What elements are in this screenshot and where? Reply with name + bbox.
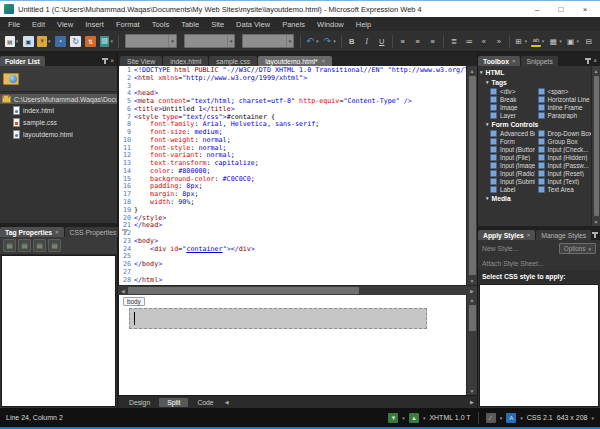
chevron-down-icon[interactable]: ▾ xyxy=(315,38,320,44)
tree-file-sample-css[interactable]: sample.css xyxy=(0,116,117,128)
chevron-down-icon[interactable]: ▾ xyxy=(109,38,114,44)
css-schema-icon[interactable]: A xyxy=(506,413,516,423)
tagprop-tab-css-properties[interactable]: CSS Properties xyxy=(65,227,122,237)
bold-button[interactable]: B xyxy=(345,34,359,49)
menu-panels[interactable]: Panels xyxy=(276,19,311,30)
picture-button[interactable]: ▨▾ xyxy=(99,34,115,49)
code-line[interactable]: 21</head> xyxy=(119,222,466,230)
chevron-down-icon[interactable]: ▾ xyxy=(423,415,426,421)
code-line[interactable]: 13 text-transform: capitalize; xyxy=(119,160,466,168)
scroll-thumb[interactable] xyxy=(128,287,359,294)
increase-indent-button[interactable]: » xyxy=(492,34,506,49)
align-center-button[interactable]: ≡ xyxy=(411,34,425,49)
pin-icon[interactable] xyxy=(587,58,589,64)
pin-icon[interactable] xyxy=(594,232,596,238)
attach-stylesheet-button[interactable]: Attach Style Sheet... xyxy=(482,260,544,267)
toolbox-item-input-text-[interactable]: Input (Text) xyxy=(535,177,592,185)
menu-format[interactable]: Format xyxy=(110,19,146,30)
tree-file-index-html[interactable]: index.html xyxy=(0,104,117,116)
toolbox-scrollbar[interactable]: ▲ ▼ xyxy=(591,66,600,226)
toolbox-item-label[interactable]: Label xyxy=(478,185,535,193)
view-tab-split[interactable]: Split xyxy=(159,398,188,407)
toolbox-item-drop-down-box[interactable]: Drop-Down Box xyxy=(535,129,592,137)
pin-icon[interactable] xyxy=(104,58,106,64)
get-file-icon[interactable]: ▲ xyxy=(409,413,419,423)
page-size[interactable]: 643 x 208 xyxy=(557,414,588,421)
toolbox-item-layer[interactable]: Layer xyxy=(478,111,535,119)
menu-data-view[interactable]: Data View xyxy=(230,19,276,30)
toolbox-item-input-image-[interactable]: Input (Image) xyxy=(478,161,535,169)
chevron-down-icon[interactable]: ▾ xyxy=(541,38,546,44)
toolbox-item-input-reset-[interactable]: Input (Reset) xyxy=(535,169,592,177)
scroll-up-icon[interactable]: ▲ xyxy=(592,66,600,75)
undo-button[interactable]: ↶▾ xyxy=(304,34,320,49)
chevron-down-icon[interactable]: ▾ xyxy=(332,38,337,44)
toolbox-item-inline-frame[interactable]: Inline Frame xyxy=(535,103,592,111)
toolbox-item-input-button-[interactable]: Input (Button) xyxy=(478,145,535,153)
toolbox-tab-toolbox[interactable]: Toolbox× xyxy=(478,56,520,66)
code-line[interactable]: 26</body> xyxy=(119,261,466,269)
code-line[interactable]: 5<meta content="text/html; charset=utf-8… xyxy=(119,98,466,106)
code-line[interactable]: 1<!DOCTYPE html PUBLIC "-//W3C//DTD XHTM… xyxy=(119,67,466,75)
toolbox-section-form-controls[interactable]: ▾Form Controls xyxy=(478,119,591,129)
menu-site[interactable]: Site xyxy=(205,19,230,30)
body-tag-label[interactable]: body xyxy=(123,297,145,306)
toolbox-item-input-hidden-[interactable]: Input (Hidden) xyxy=(535,153,592,161)
toolbox-item-group-box[interactable]: Group Box xyxy=(535,137,592,145)
font-combo[interactable]: ▾ xyxy=(184,34,236,48)
code-line[interactable]: 10 font-weight: normal; xyxy=(119,137,466,145)
code-line[interactable]: 20</style> xyxy=(119,215,466,223)
editor-tab-site-view[interactable]: Site View xyxy=(120,56,162,66)
publish-file-icon[interactable]: ▼ xyxy=(388,413,398,423)
bullets-button[interactable]: ≔ xyxy=(462,34,476,49)
chevron-down-icon[interactable]: ▾ xyxy=(524,38,529,44)
code-line[interactable]: 23<body> xyxy=(119,238,466,246)
scroll-thumb[interactable] xyxy=(469,305,476,331)
toolbox-section-tags[interactable]: ▾Tags xyxy=(478,77,591,87)
code-line[interactable]: 24 <div id="container"></div> xyxy=(119,246,466,254)
css-version[interactable]: CSS 2.1 xyxy=(527,414,553,421)
toolbox-item--div-[interactable]: <div> xyxy=(478,87,535,95)
menu-file[interactable]: File xyxy=(2,19,26,30)
scroll-up-icon[interactable]: ▲ xyxy=(467,66,477,75)
toolbox-item-break[interactable]: Break xyxy=(478,95,535,103)
scroll-right-icon[interactable]: ▶ xyxy=(467,396,477,408)
menu-view[interactable]: View xyxy=(51,19,79,30)
publish-button[interactable]: ⇅ xyxy=(84,34,98,49)
chevron-down-icon[interactable]: ▾ xyxy=(47,38,52,44)
editor-tab-index-html[interactable]: index.html xyxy=(163,56,208,66)
toolbox-item-input-passw-[interactable]: Input (Passw... xyxy=(535,161,592,169)
size-combo[interactable]: ▾ xyxy=(242,34,294,48)
code-line[interactable]: 3 xyxy=(119,83,466,91)
style-combo[interactable]: ▾ xyxy=(125,34,177,48)
save-button[interactable]: ▪ xyxy=(54,34,68,49)
design-vertical-scrollbar[interactable]: ▲ ▼ xyxy=(466,295,477,395)
code-line[interactable]: 18 width: 90%; xyxy=(119,199,466,207)
chevron-down-icon[interactable]: ▾ xyxy=(15,38,20,44)
numbering-button[interactable]: ≣ xyxy=(447,34,461,49)
tab-folder-list[interactable]: Folder List xyxy=(0,56,45,66)
scroll-thumb[interactable] xyxy=(594,76,599,216)
scroll-thumb[interactable] xyxy=(469,76,476,275)
toolbox-item-image[interactable]: Image xyxy=(478,103,535,111)
scroll-left-icon[interactable]: ◀ xyxy=(118,286,128,295)
tag-properties-content[interactable] xyxy=(1,255,116,407)
tree-file-layoutdemo-html[interactable]: layoutdemo.html xyxy=(0,128,117,140)
italic-button[interactable]: I xyxy=(360,34,374,49)
code-line[interactable]: 17 margin: 8px; xyxy=(119,191,466,199)
code-line[interactable]: 14 color: #800000; xyxy=(119,168,466,176)
show-categorized-icon[interactable]: ▤ xyxy=(3,239,16,252)
view-tab-code[interactable]: Code xyxy=(189,398,221,407)
container-div[interactable] xyxy=(129,308,427,329)
styles-tab-manage-styles[interactable]: Manage Styles xyxy=(536,230,591,240)
maximize-button[interactable]: □ xyxy=(550,3,572,15)
new-document-button[interactable]: ▤▾ xyxy=(4,34,20,49)
close-icon[interactable]: × xyxy=(322,58,326,64)
scroll-down-icon[interactable]: ▼ xyxy=(467,276,477,285)
tagprop-tab-tag-properties[interactable]: Tag Properties× xyxy=(0,227,64,237)
align-left-button[interactable]: ≡ xyxy=(396,34,410,49)
sort-alphabetical-icon[interactable]: ▤ xyxy=(18,239,31,252)
options-button[interactable]: Options ▾ xyxy=(559,243,596,254)
toolbox-item-form[interactable]: Form xyxy=(478,137,535,145)
minimize-button[interactable]: – xyxy=(526,3,548,15)
